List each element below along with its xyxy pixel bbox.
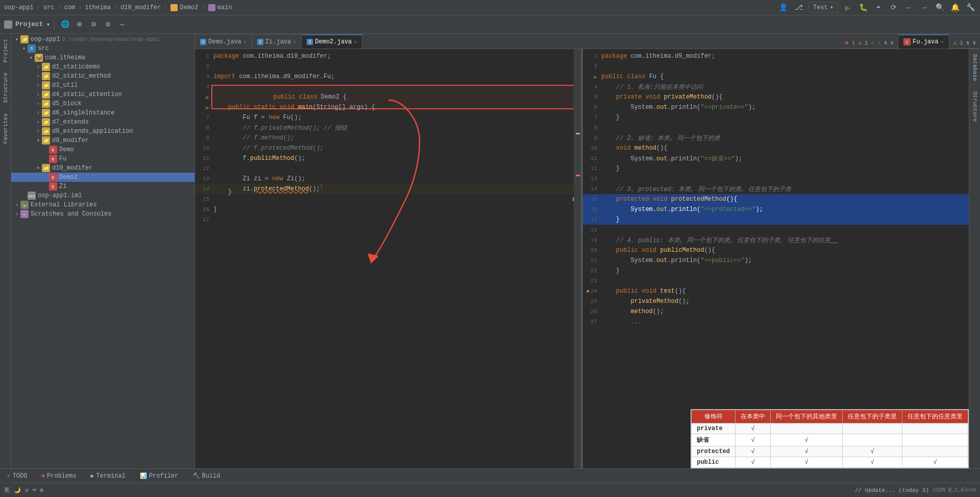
status-theme[interactable]: 🌙 — [14, 487, 21, 493]
status-settings[interactable]: ⚙ — [40, 487, 43, 493]
fu-code-11[interactable]: System.out.println("==缺省=="); — [599, 154, 969, 163]
nav-down-r[interactable]: ∨ — [972, 39, 976, 46]
fu-code-24[interactable]: public void test(){ — [599, 288, 969, 295]
tab-zi-java[interactable]: Z Zi.java ✕ — [252, 34, 302, 49]
test-button[interactable]: Test ▾ — [808, 2, 838, 13]
left-editor-scroll[interactable]: 1 package com.itheima.d10_modifer; 2 3 i… — [195, 49, 581, 468]
fu-code-20[interactable]: public void publicMethod(){ — [599, 247, 969, 254]
tab-demo2-close[interactable]: ✕ — [354, 39, 357, 45]
breadcrumb-demo2[interactable]: Demo2 — [180, 4, 198, 11]
breadcrumb-d10[interactable]: d10_modifer — [120, 4, 161, 11]
tree-d4[interactable]: › 📁 d4_static_attention — [11, 90, 194, 99]
tab-fu-close[interactable]: ✕ — [940, 39, 943, 45]
run-gutter-5[interactable]: ▶ — [206, 94, 209, 101]
fu-code-6[interactable]: System.out.println("==private=="); — [599, 104, 969, 111]
tree-iml[interactable]: iml oop-app1.iml — [11, 191, 194, 200]
breadcrumb-main[interactable]: main — [217, 4, 232, 11]
fu-code-21[interactable]: System.out.println("==public=="); — [599, 257, 969, 264]
vcs-icon[interactable]: ⎇ — [793, 2, 804, 13]
left-tab-favorites[interactable]: Favorites — [2, 108, 10, 149]
run-gutter-6[interactable]: ▶ — [206, 104, 209, 111]
bottom-tab-profiler[interactable]: 📊 Profiler — [137, 471, 182, 481]
status-ime[interactable]: 英 — [4, 486, 10, 494]
bottom-tab-todo[interactable]: ✓ TODO — [4, 471, 30, 481]
tree-d2[interactable]: › 📁 d2_static_method — [11, 72, 194, 81]
line-code-13[interactable]: Zi zi = new Zi(); — [211, 175, 581, 182]
fu-code-4[interactable]: // 1. 私有:只能在本类中访问 — [599, 83, 969, 91]
breadcrumb-src[interactable]: src — [43, 4, 55, 11]
tree-fu-file[interactable]: C Fu — [11, 154, 194, 163]
line-code-7[interactable]: Fu f = new Fu(); — [211, 114, 581, 121]
line-code-9[interactable]: // f.method(); — [211, 134, 581, 141]
search-button[interactable]: 🔍 — [934, 2, 945, 13]
tree-d8[interactable]: › 📁 d8_extends_application — [11, 127, 194, 136]
tree-demo-file[interactable]: C Demo — [11, 145, 194, 154]
tab-fu-java[interactable]: C Fu.java ✕ — [898, 34, 949, 49]
breadcrumb-oop[interactable]: oop-app1 — [4, 4, 34, 11]
bottom-tab-terminal[interactable]: ▶ Terminal — [88, 471, 129, 481]
tab-zi-close[interactable]: ✕ — [293, 39, 296, 45]
notification-icon[interactable]: 🔔 — [949, 2, 961, 13]
minimize-btn[interactable]: — — [116, 18, 128, 31]
tab-demo2-java[interactable]: D Demo2.java ✕ — [302, 34, 362, 49]
tree-demo2-file[interactable]: C Demo2 — [11, 173, 194, 182]
fu-code-16[interactable]: System.out.println("==protected=="); — [599, 206, 969, 213]
fu-code-12[interactable]: } — [599, 165, 969, 172]
right-editor-scroll[interactable]: 1 package com.itheima.d9_modifer; 2 ▶ — [583, 49, 969, 468]
tree-scratches[interactable]: › ✏ Scratches and Consoles — [11, 209, 194, 219]
tab-demo-java[interactable]: D Demo.java ✕ — [195, 34, 252, 49]
structure-tab-database[interactable]: Database — [971, 49, 979, 86]
debug-button[interactable]: 🐛 — [857, 2, 869, 13]
tree-ext-libs[interactable]: › 📚 External Libraries — [11, 200, 194, 209]
line-code-6[interactable]: public static void main(String[] args) { — [211, 104, 581, 111]
forward-button[interactable]: → — [919, 2, 930, 13]
line-code-16[interactable]: } — [211, 206, 581, 213]
update-button[interactable]: ⟳ — [888, 2, 899, 13]
settings-btn[interactable]: ⚙ — [102, 18, 114, 31]
fu-code-19[interactable]: // 4. public: 本类, 同一个包下的类, 任意包下的子类, 任意包下… — [599, 236, 969, 245]
breadcrumb-com[interactable]: com — [64, 4, 76, 11]
fu-code-9[interactable]: // 2. 缺省: 本类, 同一个包下的类 — [599, 134, 969, 143]
line-code-11[interactable]: f.publicMethod(); — [211, 155, 581, 162]
structure-tab-structure[interactable]: Structure — [971, 86, 979, 127]
tree-d7[interactable]: › 📁 d7_extends — [11, 117, 194, 127]
user-icon[interactable]: 👤 — [778, 2, 789, 13]
tab-demo-close[interactable]: ✕ — [243, 39, 247, 45]
coverage-button[interactable]: ☂ — [873, 2, 884, 13]
fu-code-27[interactable]: ... — [599, 318, 969, 325]
left-tab-structure[interactable]: Structure — [2, 67, 10, 108]
fu-code-15[interactable]: protected void protectedMethod(){ — [599, 196, 969, 203]
line-code-10[interactable]: // f.protecedMethod(); — [211, 145, 581, 152]
tree-d1[interactable]: › 📁 d1_staticdemo — [11, 62, 194, 72]
tree-d10[interactable]: ▾ 📁 d10_modifer — [11, 163, 194, 173]
collapse-btn[interactable]: ⊟ — [87, 18, 100, 31]
tree-src[interactable]: ▾ s src — [11, 44, 194, 53]
fu-code-22[interactable]: } — [599, 267, 969, 274]
fu-code-7[interactable]: } — [599, 114, 969, 121]
fu-code-14[interactable]: // 3. protected: 本类, 同一个包下的类, 任意包下的子类 — [599, 185, 969, 194]
bottom-tab-build[interactable]: 🔨 Build — [190, 471, 224, 481]
tree-d6[interactable]: › 📁 d6_singleInstance — [11, 108, 194, 117]
run-gutter-fu-3[interactable]: ▶ — [594, 74, 597, 80]
tree-d5[interactable]: › 📁 d5_block — [11, 99, 194, 108]
left-tab-project[interactable]: Project — [2, 34, 10, 67]
fu-code-26[interactable]: method(); — [599, 308, 969, 315]
fu-code-25[interactable]: privateMethod(); — [599, 298, 969, 305]
line-code-8[interactable]: // f.privateMethod(); // 报错 — [211, 124, 581, 132]
nav-up[interactable]: ∧ — [884, 39, 888, 46]
line-code-1[interactable]: package com.itheima.d10_modifer; — [211, 53, 581, 60]
status-refresh[interactable]: ↺ — [25, 487, 29, 493]
fu-code-1[interactable]: package com.itheima.d9_modifer; — [599, 53, 969, 60]
bottom-tab-problems[interactable]: ⊗ Problems — [38, 471, 79, 481]
nav-down[interactable]: ∨ — [890, 39, 894, 46]
project-dropdown[interactable]: ▾ — [46, 20, 51, 29]
tree-com-itheima[interactable]: ▾ 📦 com.itheima — [11, 53, 194, 62]
tree-d9[interactable]: ▾ 📁 d9_modifer — [11, 136, 194, 145]
fu-code-5[interactable]: private void privateMethod(){ — [599, 93, 969, 101]
expand-btn[interactable]: ⊞ — [73, 18, 85, 31]
back-button[interactable]: ← — [903, 2, 915, 13]
breadcrumb-itheima[interactable]: itheima — [85, 4, 110, 11]
fu-code-17[interactable]: } — [599, 216, 969, 223]
line-code-3[interactable]: import com.itheima.d9_modifer.Fu; — [211, 73, 581, 80]
tree-zi-file[interactable]: C Zi — [11, 182, 194, 191]
